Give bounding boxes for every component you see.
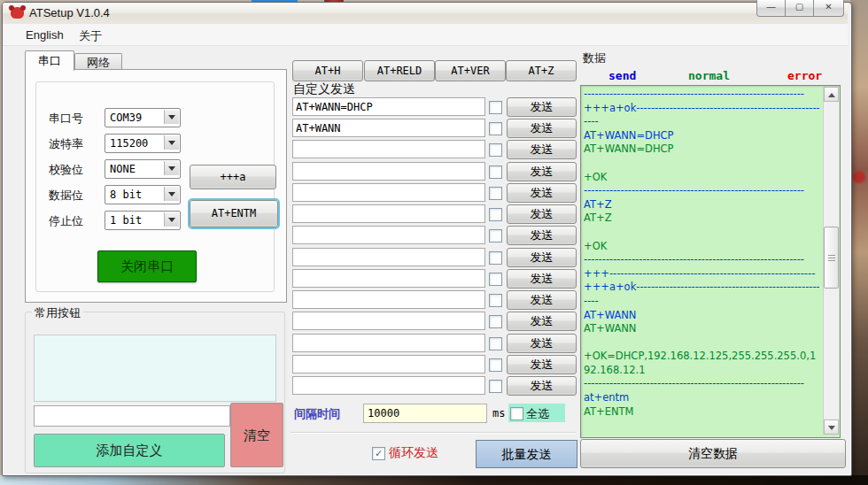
quick-at-button[interactable]: AT+Z xyxy=(506,60,577,81)
scrollbar-thumb[interactable] xyxy=(824,227,839,289)
titlebar[interactable] xyxy=(3,3,848,24)
log-line xyxy=(584,226,819,240)
field-dropdown[interactable]: 1 bit xyxy=(105,211,181,230)
custom-command-input[interactable] xyxy=(292,226,485,244)
clear-list-button[interactable]: 清空 xyxy=(230,403,283,467)
send-button[interactable]: 发送 xyxy=(507,183,577,203)
custom-send-row: 发送 xyxy=(292,140,576,159)
scroll-down-icon[interactable] xyxy=(824,420,839,435)
send-button[interactable]: 发送 xyxy=(507,162,577,181)
tab-serial[interactable]: 串口 xyxy=(25,50,74,71)
common-buttons-list[interactable] xyxy=(34,335,276,402)
row-checkbox[interactable] xyxy=(489,273,502,286)
row-checkbox[interactable] xyxy=(489,315,502,328)
row-checkbox[interactable] xyxy=(489,337,502,350)
custom-send-row: 发送 xyxy=(292,119,576,138)
send-button[interactable]: 发送 xyxy=(507,97,577,117)
maximize-button[interactable]: ▢ xyxy=(785,0,814,17)
send-button[interactable]: 发送 xyxy=(507,334,577,353)
chevron-down-icon[interactable] xyxy=(164,135,179,150)
chevron-down-icon[interactable] xyxy=(164,212,179,227)
quick-at-button[interactable]: AT+VER xyxy=(435,60,506,81)
tab-network[interactable]: 网络 xyxy=(74,53,122,71)
log-line: AT+WANN xyxy=(584,322,819,336)
row-checkbox[interactable] xyxy=(489,229,502,242)
custom-send-row: 发送 xyxy=(292,290,576,310)
send-button[interactable]: 发送 xyxy=(507,376,577,396)
legend-send: send xyxy=(608,69,636,82)
log-line: +++a+ok---------------------------------… xyxy=(584,281,819,295)
custom-command-input[interactable] xyxy=(292,119,485,137)
field-label: 校验位 xyxy=(49,162,83,178)
batch-send-button[interactable]: 批量发送 xyxy=(476,440,577,468)
send-button[interactable]: 发送 xyxy=(507,140,577,159)
custom-send-row: 发送 xyxy=(292,162,576,181)
row-checkbox[interactable] xyxy=(489,166,502,179)
field-dropdown[interactable]: COM39 xyxy=(105,108,181,127)
row-checkbox[interactable] xyxy=(489,208,502,221)
common-buttons-title: 常用按钮 xyxy=(32,305,83,321)
loop-send-checkbox[interactable]: ✓ xyxy=(372,447,385,460)
send-button[interactable]: 发送 xyxy=(507,119,577,138)
interval-input[interactable] xyxy=(363,404,487,423)
log-line: AT+WANN=DHCP xyxy=(584,129,819,143)
data-log-box[interactable]: ----------------------------------------… xyxy=(580,85,841,438)
custom-command-input[interactable] xyxy=(292,269,485,288)
custom-command-input[interactable] xyxy=(292,183,485,202)
custom-send-row: 发送 xyxy=(292,248,576,267)
add-custom-button[interactable]: 添加自定义 xyxy=(34,434,225,467)
row-checkbox[interactable] xyxy=(489,187,502,200)
send-button[interactable]: 发送 xyxy=(507,248,577,267)
custom-command-input[interactable] xyxy=(292,290,485,309)
new-command-input[interactable] xyxy=(34,405,230,427)
quick-at-button[interactable]: AT+RELD xyxy=(364,60,435,81)
row-checkbox[interactable] xyxy=(489,251,502,265)
minimize-button[interactable]: — xyxy=(756,0,786,17)
custom-command-input[interactable] xyxy=(292,376,485,395)
chevron-down-icon[interactable] xyxy=(164,110,179,124)
log-line: ---- xyxy=(584,295,819,309)
close-button[interactable]: ✕ xyxy=(813,0,844,17)
field-dropdown[interactable]: 8 bit xyxy=(105,185,181,204)
send-button[interactable]: 发送 xyxy=(507,312,577,331)
custom-command-input[interactable] xyxy=(292,334,485,352)
data-log[interactable]: ----------------------------------------… xyxy=(584,88,819,434)
send-button[interactable]: 发送 xyxy=(507,204,577,224)
log-line: ----------------------------------------… xyxy=(584,253,819,267)
clear-data-button[interactable]: 清空数据 xyxy=(580,439,846,468)
send-button[interactable]: 发送 xyxy=(507,355,577,374)
at-entm-button[interactable]: AT+ENTM xyxy=(190,200,278,227)
plus-a-button[interactable]: +++a xyxy=(190,165,276,189)
row-checkbox[interactable] xyxy=(489,358,502,372)
chevron-down-icon[interactable] xyxy=(164,161,179,175)
quick-at-button[interactable]: AT+H xyxy=(292,60,363,81)
select-all-checkbox[interactable] xyxy=(510,407,523,420)
log-scrollbar[interactable] xyxy=(823,87,839,435)
send-button[interactable]: 发送 xyxy=(507,269,577,289)
row-checkbox[interactable] xyxy=(489,122,502,135)
interval-label: 间隔时间 xyxy=(294,406,340,422)
custom-command-input[interactable] xyxy=(292,312,485,330)
send-button[interactable]: 发送 xyxy=(507,290,577,310)
dropdown-value: COM39 xyxy=(110,112,142,124)
send-button[interactable]: 发送 xyxy=(507,226,577,245)
row-checkbox[interactable] xyxy=(489,294,502,307)
custom-command-input[interactable] xyxy=(292,97,485,116)
field-dropdown[interactable]: 115200 xyxy=(105,134,181,153)
scroll-up-icon[interactable] xyxy=(824,87,839,102)
custom-command-input[interactable] xyxy=(292,355,485,373)
log-line: AT+WANN=DHCP xyxy=(584,142,819,157)
chevron-down-icon[interactable] xyxy=(164,187,179,201)
custom-command-input[interactable] xyxy=(292,248,485,266)
row-checkbox[interactable] xyxy=(489,380,502,393)
menu-about[interactable]: 关于 xyxy=(75,27,105,45)
custom-send-row: 发送 xyxy=(292,355,576,374)
close-serial-button[interactable]: 关闭串口 xyxy=(97,250,197,282)
field-dropdown[interactable]: NONE xyxy=(105,159,181,179)
row-checkbox[interactable] xyxy=(489,101,502,114)
row-checkbox[interactable] xyxy=(489,143,502,157)
menu-english[interactable]: English xyxy=(22,27,67,42)
custom-command-input[interactable] xyxy=(292,140,485,158)
custom-command-input[interactable] xyxy=(292,162,485,181)
custom-command-input[interactable] xyxy=(292,204,485,223)
